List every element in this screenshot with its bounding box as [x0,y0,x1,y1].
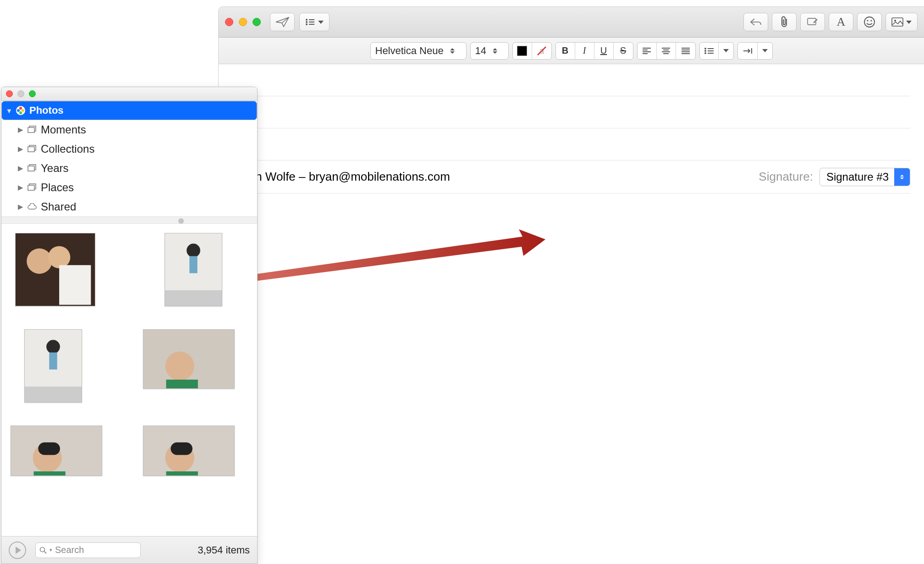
emoji-button[interactable] [857,13,882,31]
photo-thumbnail[interactable] [143,329,235,389]
font-family-value: Helvetica Neue [375,45,444,57]
svg-rect-31 [28,166,34,171]
format-button[interactable]: A [829,13,853,31]
svg-rect-15 [708,48,714,49]
chevron-down-icon [762,49,768,52]
cloud-icon [27,202,37,212]
svg-point-11 [894,20,896,22]
letter-a-icon: A [837,15,846,29]
tree-label: Moments [41,123,86,136]
svg-point-55 [40,547,45,552]
close-window-button[interactable] [225,18,233,26]
reply-button[interactable] [743,13,768,31]
tree-label: Photos [29,105,64,116]
paperclip-icon [779,16,789,28]
svg-rect-3 [309,22,314,22]
header-fields-button[interactable] [299,13,330,31]
svg-rect-50 [38,442,60,455]
style-segment: B I U S [556,42,633,60]
tree-item-places[interactable]: ▶ Places [1,178,257,197]
photos-titlebar [1,87,257,101]
paper-plane-icon [275,17,289,27]
svg-point-45 [165,352,194,381]
minimize-window-button[interactable] [239,18,247,26]
photos-media-browser: ▼ Photos ▶ Moments ▶ Collections ▶ Years… [1,87,258,564]
chevron-down-icon [906,21,912,24]
italic-button[interactable]: I [575,43,594,59]
photo-thumbnail[interactable] [165,233,222,306]
strikethrough-button[interactable]: S [614,43,633,59]
font-size-select[interactable]: 14 [470,42,509,60]
photo-placeholder-icon [143,330,234,389]
align-justify-button[interactable] [676,43,695,59]
align-center-button[interactable] [657,43,676,59]
minimize-panel-button[interactable] [17,90,24,97]
tree-item-shared[interactable]: ▶ Shared [1,197,257,216]
markup-button[interactable] [800,13,825,31]
photo-thumbnail[interactable] [24,329,82,403]
svg-point-7 [864,17,874,27]
svg-rect-53 [166,471,198,476]
window-controls [225,18,261,26]
photo-icon [891,17,903,27]
disclosure-triangle-icon: ▶ [17,203,24,211]
svg-rect-43 [49,353,57,370]
photos-thumbnail-grid [1,224,257,481]
tree-item-moments[interactable]: ▶ Moments [1,120,257,139]
send-button[interactable] [270,13,295,31]
stepper-icon [493,48,497,54]
align-justify-icon [682,48,690,54]
photos-footer: ▾ Search 3,954 items [1,536,257,564]
photos-search-field[interactable]: ▾ Search [35,542,141,558]
play-icon [16,547,21,554]
svg-point-0 [306,19,308,21]
svg-rect-27 [28,127,34,133]
tree-item-photos[interactable]: ▼ Photos [1,101,257,120]
zoom-panel-button[interactable] [29,90,36,97]
close-panel-button[interactable] [6,90,13,97]
color-segment: a [512,42,552,60]
signature-select[interactable]: Signature #3 [820,168,910,186]
underline-button[interactable]: U [594,43,614,59]
photo-thumbnail[interactable] [11,426,102,476]
search-caret-icon: ▾ [50,547,52,553]
subject-row[interactable]: Subject: [232,128,910,160]
photo-thumbnail[interactable] [15,233,95,306]
signature-label: Signature: [759,170,813,184]
bold-button[interactable]: B [556,43,575,59]
search-placeholder: Search [55,545,84,555]
cc-row[interactable] [232,96,910,128]
signature-value: Signature #3 [826,171,889,183]
strike-a-icon: a [537,46,547,56]
zoom-window-button[interactable] [253,18,261,26]
align-left-icon [643,48,651,54]
indent-button[interactable] [737,42,773,60]
photo-browser-button[interactable] [886,13,918,31]
align-left-button[interactable] [638,43,657,59]
tree-item-collections[interactable]: ▶ Collections [1,139,257,159]
list-style-button[interactable] [699,42,734,60]
tree-label: Collections [41,143,94,155]
disclosure-triangle-icon: ▶ [17,145,24,153]
to-row[interactable]: To: [232,64,910,96]
markup-icon [807,17,819,27]
play-slideshow-button[interactable] [9,542,26,559]
color-swatch-icon [517,46,527,56]
chevron-down-icon [318,21,324,24]
svg-point-2 [306,21,308,23]
item-count-label: 3,954 items [198,544,250,556]
scrollbar-thumb[interactable] [178,218,184,224]
photo-placeholder-icon [143,426,234,476]
photo-thumbnail[interactable] [143,426,235,476]
photos-source-tree: ▼ Photos ▶ Moments ▶ Collections ▶ Years… [1,101,257,216]
text-color-button[interactable] [513,43,532,59]
bg-color-button[interactable]: a [532,43,551,59]
font-family-select[interactable]: Helvetica Neue [370,42,467,60]
bullet-list-icon [704,48,714,54]
tree-item-years[interactable]: ▶ Years [1,159,257,178]
mail-body-area[interactable] [219,194,924,514]
stack-icon [27,163,37,173]
tree-label: Shared [41,200,76,213]
attach-button[interactable] [772,13,797,31]
tree-scrollbar[interactable] [1,216,257,224]
